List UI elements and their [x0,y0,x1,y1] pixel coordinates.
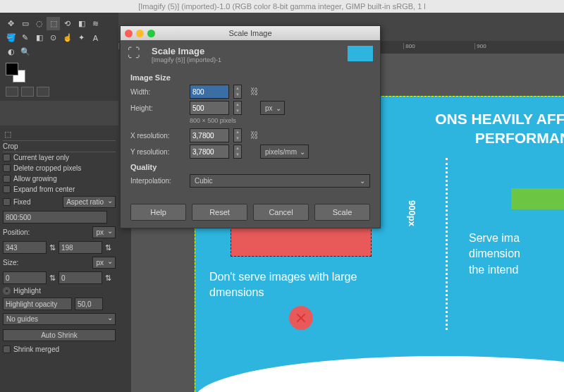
stepper-icon[interactable]: ⇅ [49,274,56,283]
res-unit-select[interactable]: pixels/mm [260,145,309,159]
col1-text: Don't serve images with large dmensions [209,269,393,301]
transform-icon[interactable]: ◧ [75,17,88,30]
paths-tool-icon[interactable]: ✦ [75,31,88,44]
delete-cropped-label: Delete cropped pixels [13,164,81,172]
highlight-opacity-input[interactable] [3,298,72,310]
brush-indicator[interactable] [6,87,18,97]
height-label: Height: [130,104,185,112]
yres-label: Y resolution: [130,148,185,156]
rotate-tool-icon[interactable]: ⟲ [61,17,74,30]
rect-select-icon[interactable]: ▭ [18,17,32,30]
text-tool-icon[interactable]: A [89,31,102,44]
smudge-tool-icon[interactable]: ☝ [61,31,74,44]
tool-icon: ⬚ [4,130,11,139]
xres-label: X resolution: [130,132,185,140]
auto-shrink-button[interactable]: Auto Shrink [3,329,116,341]
fg-color[interactable] [6,63,18,75]
green-box [511,188,564,209]
stepper-icon[interactable]: ⇅ [105,274,111,283]
position-unit-select[interactable]: px [92,226,116,238]
clone-tool-icon[interactable]: ⊙ [47,31,60,44]
tool-options-header: ⬚ [3,128,116,141]
size-label: Size: [3,259,18,267]
dimension-note: 800 × 500 pixels [190,117,370,124]
size-unit-select[interactable]: px [92,257,116,269]
crop-tool-icon[interactable]: ⬚ [47,17,60,30]
color-picker-icon[interactable]: ◐ [4,45,18,59]
scale-button[interactable]: Scale [314,204,370,221]
size-w-input[interactable] [3,271,47,284]
link-icon[interactable]: ⛓ [249,130,260,140]
xres-stepper[interactable]: ▲▼ [233,128,242,142]
preview-thumbnail [348,46,373,61]
scale-icon: ⛶ [128,46,146,63]
help-button[interactable]: Help [130,204,186,221]
x-icon [289,306,313,330]
gradient-indicator[interactable] [37,87,49,97]
interpolation-select[interactable]: Cubic [190,174,370,188]
guides-select[interactable]: No guides [3,313,116,325]
current-layer-checkbox[interactable] [3,154,11,161]
height-input[interactable] [190,101,229,115]
allow-growing-label: Allow growing [13,175,57,183]
scale-image-dialog: Scale Image ⛶ Scale Image [Imagify (5)] … [120,25,381,228]
free-select-icon[interactable]: ◌ [32,17,46,30]
shrink-merged-checkbox[interactable] [3,345,11,353]
zoom-tool-icon[interactable]: 🔍 [18,45,32,59]
dialog-title: Scale Image [121,29,380,37]
dimension-label-900: 900px [407,200,417,331]
fixed-checkbox[interactable] [3,198,11,206]
height-stepper[interactable]: ▲▼ [233,101,242,115]
image-size-section: Image Size [130,73,370,82]
aspect-mode-select[interactable]: Aspect ratio [63,196,116,208]
eraser-tool-icon[interactable]: ◧ [32,31,46,44]
col2-text: Serve ima dimension the intend [469,231,564,278]
width-stepper[interactable]: ▲▼ [233,85,242,99]
tool-options-panel: ⬚ Crop Current layer only Delete cropped… [0,125,118,392]
cancel-button[interactable]: Cancel [253,204,309,221]
highlight-label: Highlight [13,287,41,295]
allow-growing-checkbox[interactable] [3,175,11,183]
position-x-input[interactable] [3,241,47,254]
size-h-input[interactable] [59,271,102,284]
wave-shape [195,356,564,392]
quality-section: Quality [130,163,370,171]
size-unit-select[interactable]: px [260,101,285,115]
col2-value: 50 [469,171,564,188]
expand-center-label: Expand from center [13,185,75,193]
toolbox: ✥ ▭ ◌ ⬚ ⟲ ◧ ≋ 🪣 ✎ ◧ ⊙ ☝ ✦ A ◐ 🔍 [0,13,118,101]
pencil-tool-icon[interactable]: ✎ [18,31,32,44]
width-label: Width: [130,88,185,96]
divider [446,158,448,331]
move-tool-icon[interactable]: ✥ [4,17,18,30]
app-title-bar: [Imagify (5)] (imported)-1.0 (RGB color … [0,0,564,13]
pattern-indicator[interactable] [21,87,34,97]
reset-button[interactable]: Reset [192,204,247,221]
yres-input[interactable] [190,145,229,159]
fixed-label: Fixed [13,198,30,206]
current-layer-label: Current layer only [13,154,69,161]
width-input[interactable] [190,85,229,99]
fg-bg-colors[interactable] [6,63,27,84]
highlight-toggle[interactable]: × [3,287,11,295]
yres-stepper[interactable]: ▲▼ [233,145,242,159]
highlight-opacity-value[interactable] [75,298,103,310]
tool-grid: ✥ ▭ ◌ ⬚ ⟲ ◧ ≋ 🪣 ✎ ◧ ⊙ ☝ ✦ A ◐ 🔍 [3,16,116,60]
shrink-merged-label: Shrink merged [13,345,59,353]
warp-tool-icon[interactable]: ≋ [89,17,102,30]
dialog-titlebar[interactable]: Scale Image [121,26,380,40]
dialog-subtitle: [Imagify (5)] (imported)-1 [152,56,221,63]
xres-input[interactable] [190,128,229,142]
tool-options-title: Crop [3,141,116,152]
position-y-input[interactable] [59,241,102,254]
dialog-header: Scale Image [152,46,221,56]
stepper-icon[interactable]: ⇅ [105,243,111,252]
link-icon[interactable]: ⛓ [249,87,260,97]
position-label: Position: [3,228,30,236]
expand-center-checkbox[interactable] [3,185,11,193]
delete-cropped-checkbox[interactable] [3,164,11,172]
bucket-fill-icon[interactable]: 🪣 [4,31,18,44]
interpolation-label: Interpolation: [130,177,185,185]
stepper-icon[interactable]: ⇅ [49,243,56,252]
aspect-value-input[interactable] [3,211,107,223]
